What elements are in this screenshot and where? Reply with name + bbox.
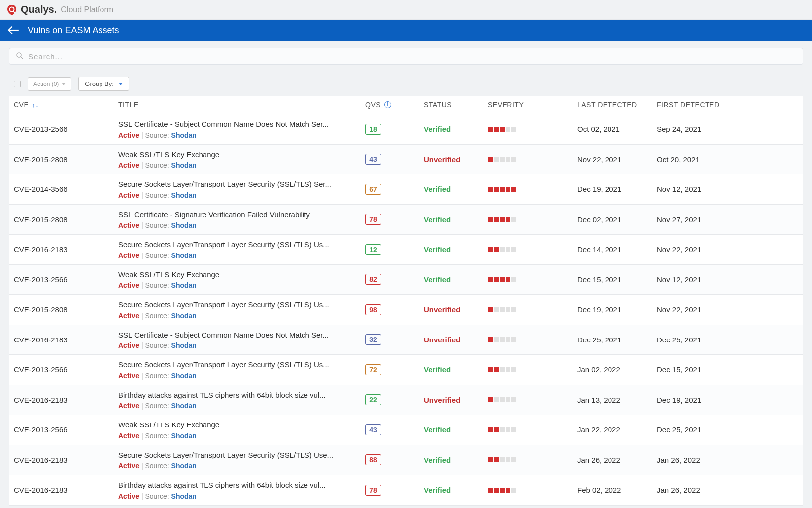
row-title[interactable]: Secure Sockets Layer/Transport Layer Sec… [118,300,365,310]
row-source-value[interactable]: Shodan [171,492,197,500]
qvs-badge: 43 [365,154,381,165]
row-title[interactable]: Secure Sockets Layer/Transport Layer Sec… [118,179,365,189]
row-title[interactable]: Secure Sockets Layer/Transport Layer Sec… [118,240,365,250]
row-title[interactable]: Secure Sockets Layer/Transport Layer Sec… [118,360,365,370]
row-cve[interactable]: CVE-2016-2183 [14,486,118,494]
qvs-badge: 82 [365,274,381,285]
row-title[interactable]: Weak SSL/TLS Key Exchange [118,420,365,430]
row-cve[interactable]: CVE-2015-2808 [14,155,118,164]
row-source-value[interactable]: Shodan [171,341,197,349]
row-title[interactable]: SSL Certificate - Subject Common Name Do… [118,330,365,340]
row-last-detected: Dec 19, 2021 [577,305,657,314]
table-row[interactable]: CVE-2016-2183Birthday attacks against TL… [9,385,803,416]
select-all-checkbox[interactable] [14,81,21,87]
row-title[interactable]: SSL Certificate - Subject Common Name Do… [118,119,365,129]
severity-bar [500,157,505,162]
severity-bar [494,157,499,162]
qvs-badge: 43 [365,424,381,435]
severity-bar [488,157,493,162]
row-cve[interactable]: CVE-2013-2566 [14,275,118,284]
table-row[interactable]: CVE-2015-2808Weak SSL/TLS Key ExchangeAc… [9,145,803,175]
row-cve[interactable]: CVE-2016-2183 [14,245,118,254]
groupby-button[interactable]: Group By: [78,77,129,91]
row-status: Verified [424,185,451,193]
row-title[interactable]: Secure Sockets Layer/Transport Layer Sec… [118,450,365,460]
row-subline: Active | Source: Shodan [118,372,365,380]
col-header-severity[interactable]: SEVERITY [488,101,577,109]
table-row[interactable]: CVE-2013-2566SSL Certificate - Subject C… [9,114,803,145]
table-row[interactable]: CVE-2014-3566Secure Sockets Layer/Transp… [9,174,803,205]
row-cve[interactable]: CVE-2016-2183 [14,396,118,404]
back-arrow-icon[interactable] [7,24,20,37]
brand-sub: Cloud Platform [61,5,113,14]
row-subline: Active | Source: Shodan [118,312,365,320]
col-header-title[interactable]: TITLE [118,101,365,109]
separator: | [139,281,145,289]
row-cve[interactable]: CVE-2013-2566 [14,125,118,133]
separator: | [139,492,145,500]
row-cve[interactable]: CVE-2013-2566 [14,425,118,434]
row-last-detected: Feb 02, 2022 [577,486,657,494]
row-source-value[interactable]: Shodan [171,281,197,289]
row-cve[interactable]: CVE-2015-2808 [14,305,118,314]
row-source-value[interactable]: Shodan [171,372,197,380]
table-row[interactable]: CVE-2016-2183SSL Certificate - Subject C… [9,325,803,355]
separator: | [139,341,145,349]
row-source-value[interactable]: Shodan [171,312,197,320]
severity-bar [511,247,516,252]
table-row[interactable]: CVE-2015-2808SSL Certificate - Signature… [9,205,803,235]
col-header-last-detected[interactable]: LAST DETECTED [577,101,657,109]
severity-bar [500,217,505,222]
severity-bar [511,457,516,462]
row-source-label: Source: [145,432,169,440]
toolbar: Action (0) Group By: [0,65,812,96]
row-cve[interactable]: CVE-2014-3566 [14,185,118,193]
severity-indicator [488,247,577,252]
severity-indicator [488,337,577,342]
row-source-value[interactable]: Shodan [171,191,197,199]
row-source-value[interactable]: Shodan [171,462,197,470]
row-source-value[interactable]: Shodan [171,402,197,410]
row-cve[interactable]: CVE-2016-2183 [14,456,118,464]
search-box[interactable] [9,48,803,65]
action-button[interactable]: Action (0) [28,77,71,91]
row-source-value[interactable]: Shodan [171,161,197,169]
col-header-status[interactable]: STATUS [424,101,488,109]
table-row[interactable]: CVE-2015-2808Secure Sockets Layer/Transp… [9,295,803,325]
row-cve[interactable]: CVE-2015-2808 [14,215,118,224]
table-row[interactable]: CVE-2013-2566Secure Sockets Layer/Transp… [9,355,803,385]
separator: | [139,372,145,380]
row-title[interactable]: Weak SSL/TLS Key Exchange [118,270,365,280]
row-status: Unverified [424,336,460,344]
row-source-value[interactable]: Shodan [171,432,197,440]
row-source-value[interactable]: Shodan [171,252,197,259]
search-input[interactable] [24,52,797,61]
row-title[interactable]: Birthday attacks against TLS ciphers wit… [118,390,365,400]
info-icon[interactable]: i [384,101,391,108]
col-header-cve[interactable]: CVE ↑↓ [14,101,118,109]
row-title[interactable]: Birthday attacks against TLS ciphers wit… [118,480,365,490]
severity-bar [511,488,516,493]
row-title[interactable]: SSL Certificate - Signature Verification… [118,210,365,220]
row-cve[interactable]: CVE-2016-2183 [14,336,118,344]
table-row[interactable]: CVE-2013-2566Weak SSL/TLS Key ExchangeAc… [9,265,803,295]
row-status-active: Active [118,161,139,169]
row-cve[interactable]: CVE-2013-2566 [14,365,118,374]
severity-bar [500,127,505,132]
row-status: Verified [424,486,451,494]
table-row[interactable]: CVE-2016-2183Secure Sockets Layer/Transp… [9,445,803,476]
row-subline: Active | Source: Shodan [118,191,365,199]
table-row[interactable]: CVE-2016-2183Birthday attacks against TL… [9,475,803,506]
row-status: Verified [424,275,451,284]
col-header-qvs[interactable]: QVS i [365,101,424,109]
table-row[interactable]: CVE-2016-2183Secure Sockets Layer/Transp… [9,235,803,265]
row-source-label: Source: [145,281,169,289]
col-header-first-detected[interactable]: FIRST DETECTED [657,101,726,109]
table-row[interactable]: CVE-2013-2566Weak SSL/TLS Key ExchangeAc… [9,415,803,445]
row-status-active: Active [118,252,139,259]
row-source-value[interactable]: Shodan [171,131,197,139]
row-title[interactable]: Weak SSL/TLS Key Exchange [118,150,365,160]
row-source-value[interactable]: Shodan [171,221,197,229]
brand-name: Qualys. [21,4,57,15]
severity-bar [494,488,499,493]
